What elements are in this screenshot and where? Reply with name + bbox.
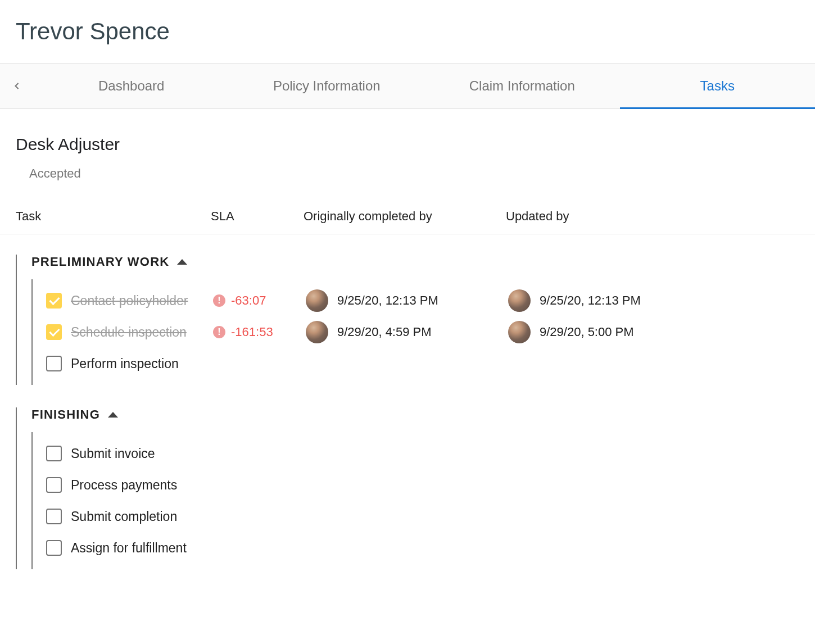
task-cell: Submit invoice: [46, 446, 213, 461]
avatar: [306, 321, 328, 343]
task-checkbox[interactable]: [46, 446, 62, 461]
task-group: FINISHINGSubmit invoiceProcess paymentsS…: [16, 407, 815, 569]
caret-up-icon: [177, 259, 187, 265]
alert-icon: !: [213, 326, 225, 338]
task-row: Submit invoice: [46, 438, 815, 469]
tab-claim-information[interactable]: Claim Information: [424, 64, 620, 108]
column-header-task: Task: [0, 209, 211, 224]
status-text: Accepted: [0, 154, 815, 181]
task-label: Assign for fulfillment: [71, 541, 187, 556]
originally-completed-timestamp: 9/29/20, 4:59 PM: [337, 325, 432, 339]
task-checkbox[interactable]: [46, 324, 62, 340]
task-cell: Assign for fulfillment: [46, 540, 213, 556]
sla-value: -63:07: [231, 293, 266, 308]
task-group: PRELIMINARY WORKContact policyholder!-63…: [16, 255, 815, 385]
task-label: Submit invoice: [71, 446, 155, 461]
updated-timestamp: 9/25/20, 12:13 PM: [540, 293, 641, 308]
group-title: PRELIMINARY WORK: [31, 255, 169, 269]
sla-value: -161:53: [231, 325, 273, 339]
column-header-originally-completed-by: Originally completed by: [304, 209, 506, 224]
originally-completed-timestamp: 9/25/20, 12:13 PM: [337, 293, 438, 308]
task-row: Assign for fulfillment: [46, 532, 815, 564]
task-row: Process payments: [46, 469, 815, 501]
task-checkbox[interactable]: [46, 356, 62, 371]
task-cell: Schedule inspection: [46, 324, 213, 340]
group-header[interactable]: FINISHING: [31, 407, 815, 428]
task-row: Submit completion: [46, 501, 815, 532]
task-cell: Contact policyholder: [46, 293, 213, 309]
task-row: Perform inspection: [46, 348, 815, 379]
column-header-sla: SLA: [211, 209, 304, 224]
avatar: [306, 289, 328, 312]
column-header-updated-by: Updated by: [506, 209, 686, 224]
role-title: Desk Adjuster: [0, 115, 815, 154]
task-checkbox[interactable]: [46, 540, 62, 556]
tab-policy-information[interactable]: Policy Information: [229, 64, 425, 108]
task-checkbox[interactable]: [46, 509, 62, 524]
content-area: Desk Adjuster Accepted Task SLA Original…: [0, 109, 815, 569]
updated-timestamp: 9/29/20, 5:00 PM: [540, 325, 634, 339]
alert-icon: !: [213, 294, 225, 307]
updated-by-cell: 9/29/20, 5:00 PM: [508, 321, 688, 343]
caret-up-icon: [108, 412, 118, 418]
avatar: [508, 289, 531, 312]
task-cell: Perform inspection: [46, 356, 213, 371]
task-row: Schedule inspection!-161:539/29/20, 4:59…: [46, 316, 815, 348]
task-list: Submit invoiceProcess paymentsSubmit com…: [31, 432, 815, 569]
table-header: Task SLA Originally completed by Updated…: [0, 181, 815, 234]
originally-completed-cell: 9/29/20, 4:59 PM: [306, 321, 508, 343]
task-groups: PRELIMINARY WORKContact policyholder!-63…: [0, 234, 815, 569]
task-label: Perform inspection: [71, 356, 179, 371]
task-list: Contact policyholder!-63:079/25/20, 12:1…: [31, 279, 815, 385]
group-header[interactable]: PRELIMINARY WORK: [31, 255, 815, 275]
tab-tasks[interactable]: Tasks: [620, 64, 816, 108]
task-row: Contact policyholder!-63:079/25/20, 12:1…: [46, 285, 815, 316]
tab-dashboard[interactable]: Dashboard: [34, 64, 229, 108]
page-title: Trevor Spence: [0, 0, 815, 63]
group-title: FINISHING: [31, 407, 100, 422]
updated-by-cell: 9/25/20, 12:13 PM: [508, 289, 688, 312]
chevron-left-icon: [11, 80, 22, 92]
task-label: Process payments: [71, 478, 177, 493]
originally-completed-cell: 9/25/20, 12:13 PM: [306, 289, 508, 312]
task-label: Schedule inspection: [71, 325, 187, 340]
task-label: Submit completion: [71, 509, 177, 524]
task-checkbox[interactable]: [46, 477, 62, 493]
task-checkbox[interactable]: [46, 293, 62, 309]
task-label: Contact policyholder: [71, 293, 188, 309]
tabs-bar: DashboardPolicy InformationClaim Informa…: [0, 63, 815, 109]
back-button[interactable]: [0, 80, 34, 92]
avatar: [508, 321, 531, 343]
task-cell: Submit completion: [46, 509, 213, 524]
sla-cell: !-161:53: [213, 325, 306, 339]
task-cell: Process payments: [46, 477, 213, 493]
sla-cell: !-63:07: [213, 293, 306, 308]
